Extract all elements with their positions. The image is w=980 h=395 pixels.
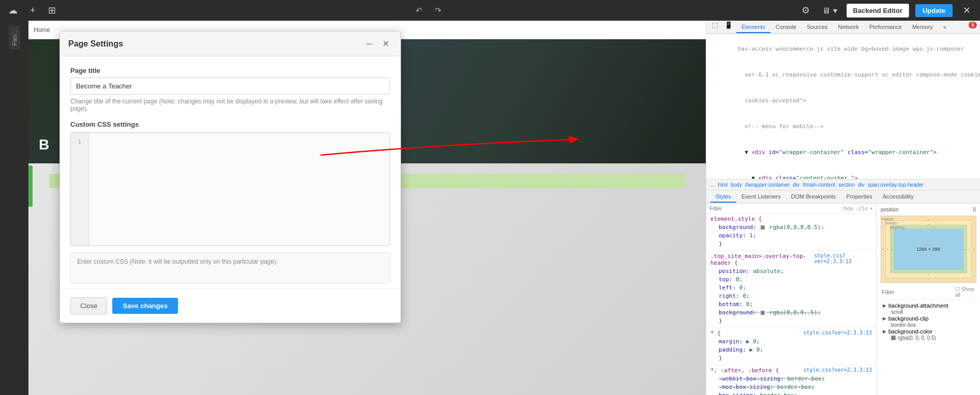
html-line: <!-- menu for mobile-->: [706, 114, 980, 140]
filter-add-btn[interactable]: +: [870, 206, 873, 211]
css-line-numbers: 1: [71, 133, 89, 246]
breadcrumb-main[interactable]: #main-content: [803, 182, 835, 188]
color-swatch: [891, 336, 896, 340]
filter-cls-btn[interactable]: .cls: [855, 206, 868, 211]
close-icon: ✕: [963, 5, 971, 16]
bg-prop-attachment: ▶ background-attachment: [883, 302, 974, 309]
tab-console[interactable]: Console: [770, 22, 801, 33]
show-all-label[interactable]: ☐ Show all: [955, 286, 975, 298]
undo-icon: ↶: [415, 6, 422, 15]
breadcrumb-dots[interactable]: ...: [710, 182, 715, 188]
grid-button[interactable]: ⊞: [45, 3, 59, 18]
expand-icon[interactable]: ▶: [883, 329, 886, 334]
position-value: 0: [973, 207, 976, 212]
monitor-button[interactable]: 🖥 ▾: [819, 4, 840, 18]
filter-hov-btn[interactable]: :hov: [841, 206, 853, 211]
top-toolbar: ☁ + ⊞ ↶ ↷ ⚙ 🖥 ▾ Backend Editor Update ✕: [0, 0, 980, 21]
breadcrumb-span[interactable]: span.overlay-top-header: [868, 182, 924, 188]
custom-css-note: Enter custom CSS (Note: it will be outpu…: [70, 252, 390, 283]
modal-minimize-button[interactable]: ─: [363, 38, 375, 50]
device-icon[interactable]: 📱: [722, 20, 735, 31]
bg-prop-clip-value: border-box: [883, 322, 974, 328]
breadcrumb-div[interactable]: div: [793, 182, 799, 188]
padding-left-val: -: [892, 247, 893, 252]
bg-filter-input[interactable]: [882, 289, 953, 295]
style-prop: bottom: 0;: [710, 300, 872, 309]
css-editor-textarea[interactable]: [89, 133, 390, 246]
logo-button[interactable]: ☁: [5, 3, 21, 18]
page-title-label: Page title: [70, 67, 390, 74]
undo-button[interactable]: ↶: [412, 4, 425, 18]
modal-footer: Close Save changes: [60, 288, 400, 323]
devtools-breadcrumb: ... html body #wrapper-container div #ma…: [706, 179, 980, 190]
html-line: has-access woocommerce-js site_wide bg=b…: [706, 36, 980, 62]
backend-editor-button[interactable]: Backend Editor: [847, 4, 909, 18]
save-changes-button[interactable]: Save changes: [112, 298, 178, 314]
add-element-button[interactable]: +: [27, 3, 39, 18]
left-sidebar: Faci...: [0, 21, 28, 395]
tab-elements[interactable]: Elements: [736, 22, 770, 33]
redo-button[interactable]: ↷: [432, 4, 444, 18]
modal-header: Page Settings ─ ✕: [60, 32, 400, 56]
devtools-style-tabs: Styles Event Listeners DOM Breakpoints P…: [706, 190, 980, 204]
tab-properties[interactable]: Properties: [841, 191, 878, 203]
style-prop: top: 0;: [710, 276, 872, 284]
tab-dom-breakpoints[interactable]: DOM Breakpoints: [786, 191, 841, 203]
modal-header-actions: ─ ✕: [363, 38, 392, 50]
tab-performance[interactable]: Performance: [864, 22, 907, 33]
tab-memory[interactable]: Memory: [907, 22, 938, 33]
tab-styles[interactable]: Styles: [710, 191, 736, 203]
html-line: ▼ <div id="wrapper-container" class="wra…: [706, 140, 980, 165]
grid-icon: ⊞: [48, 5, 56, 16]
expand-icon[interactable]: ▶: [883, 316, 886, 321]
style-block-element: element.style { background: rgba(0,0,0,0…: [706, 214, 876, 251]
box-model-diagram: - - - - - - - - - - -: [881, 216, 976, 283]
tab-more[interactable]: »: [938, 22, 952, 33]
breadcrumb-div2[interactable]: div: [858, 182, 865, 188]
box-model-panel: position 0 - - - - - - -: [877, 204, 980, 395]
tab-network[interactable]: Network: [833, 22, 864, 33]
custom-css-label: Custom CSS settings: [70, 120, 390, 128]
filter-bar: :hov .cls +: [706, 204, 876, 214]
style-prop: -moz-box-sizing: border-box;: [710, 383, 872, 391]
style-prop: background: rgba(0,0,0,0.5);: [710, 223, 872, 232]
style-prop: position: absolute;: [710, 267, 872, 276]
devtools-main-tabs: ⬚ 📱 Elements Console Sources Network Per…: [706, 21, 980, 34]
error-badge: 5: [969, 22, 977, 28]
expand-icon[interactable]: ▶: [883, 303, 886, 308]
bg-props-section: ▶ background-attachment scroll ▶ backgro…: [879, 300, 978, 343]
style-source[interactable]: style.css?ver=2.3.3:13: [804, 367, 872, 375]
main-area: Faci... Home B Page Settings: [0, 21, 980, 395]
breadcrumb-body[interactable]: body: [731, 182, 742, 188]
style-block-star: * { style.css?ver=2.3.3:13 margin: ▶ 0; …: [706, 328, 876, 365]
border-right-val: -: [969, 247, 970, 252]
style-source[interactable]: style.css?ver=2.3.3:13: [814, 253, 872, 267]
style-source[interactable]: style.css?ver=2.3.3:13: [804, 330, 872, 338]
inspect-icon[interactable]: ⬚: [709, 20, 721, 31]
tab-accessibility[interactable]: Accessibility: [878, 191, 919, 203]
tab-event-listeners[interactable]: Event Listeners: [736, 191, 786, 203]
sidebar-tab[interactable]: Faci...: [9, 26, 20, 50]
padding-box: - - - - 1266 × 398: [890, 225, 967, 274]
settings-button[interactable]: ⚙: [798, 3, 813, 18]
page-title-input[interactable]: [70, 78, 390, 95]
breadcrumb-wrapper[interactable]: #wrapper-container: [745, 182, 790, 188]
position-label: position: [881, 207, 898, 212]
update-button[interactable]: Update: [915, 4, 953, 17]
padding-right-val: -: [964, 247, 966, 252]
style-prop: margin: ▶ 0;: [710, 338, 872, 346]
style-block-top-site-main: .top_site_main>.overlay-top-header { sty…: [706, 251, 876, 328]
close-button[interactable]: Close: [70, 297, 107, 314]
tab-sources[interactable]: Sources: [801, 22, 833, 33]
close-editor-button[interactable]: ✕: [959, 3, 975, 18]
bg-filter-bar: ☐ Show all: [879, 285, 978, 300]
bg-prop-clip: ▶ background-clip: [883, 315, 974, 322]
line-number-1: 1: [71, 137, 88, 146]
modal-close-button[interactable]: ✕: [379, 38, 392, 50]
logo-icon: ☁: [8, 5, 18, 16]
filter-input[interactable]: [709, 205, 839, 211]
breadcrumb-section[interactable]: section: [838, 182, 855, 188]
style-prop: left: 0;: [710, 284, 872, 292]
devtools-panel: ⬚ 📱 Elements Console Sources Network Per…: [706, 21, 980, 395]
breadcrumb-html[interactable]: html: [718, 182, 727, 188]
